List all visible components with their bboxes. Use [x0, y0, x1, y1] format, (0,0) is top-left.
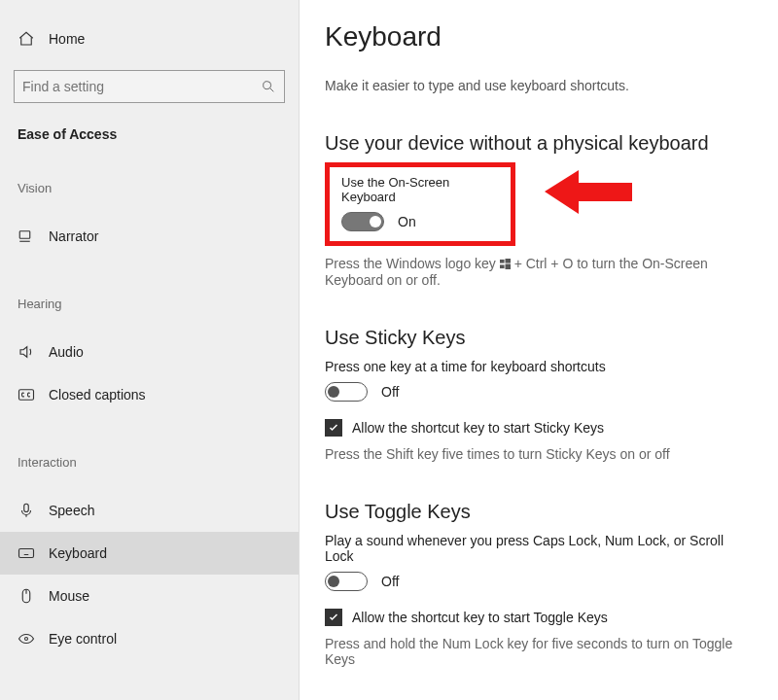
annotation-red-arrow-icon	[545, 165, 632, 219]
sticky-section-heading: Use Sticky Keys	[325, 327, 749, 349]
sidebar-item-closed-captions[interactable]: Closed captions	[0, 373, 299, 416]
osk-toggle-state: On	[398, 214, 416, 229]
svg-rect-7	[500, 260, 505, 263]
on-screen-keyboard-section: Use your device without a physical keybo…	[325, 132, 749, 288]
svg-marker-11	[545, 170, 632, 214]
svg-rect-3	[24, 504, 29, 511]
svg-point-0	[264, 82, 271, 89]
togglekeys-toggle-state: Off	[381, 574, 399, 589]
sidebar-item-mouse[interactable]: Mouse	[0, 575, 299, 617]
sticky-hint: Press the Shift key five times to turn S…	[325, 446, 749, 462]
osk-hint: Press the Windows logo key + Ctrl + O to…	[325, 256, 749, 288]
togglekeys-toggle[interactable]	[325, 572, 368, 591]
audio-icon	[18, 343, 35, 361]
mouse-icon	[18, 587, 35, 605]
osk-toggle-label: Use the On-Screen Keyboard	[341, 175, 499, 204]
sticky-desc: Press one key at a time for keyboard sho…	[325, 359, 749, 374]
svg-rect-4	[19, 549, 34, 558]
togglekeys-hint: Press and hold the Num Lock key for five…	[325, 636, 749, 667]
svg-point-6	[25, 638, 28, 641]
svg-rect-1	[19, 231, 30, 239]
home-label: Home	[49, 31, 85, 47]
toggle-keys-section: Use Toggle Keys Play a sound whenever yo…	[325, 501, 749, 667]
sidebar-item-label: Mouse	[49, 588, 89, 604]
togglekeys-checkbox-label: Allow the shortcut key to start Toggle K…	[352, 610, 608, 625]
home-link[interactable]: Home	[0, 21, 299, 56]
sidebar-group-interaction: Interaction	[0, 455, 299, 470]
sidebar-item-narrator[interactable]: Narrator	[0, 215, 299, 258]
togglekeys-shortcut-checkbox-row[interactable]: Allow the shortcut key to start Toggle K…	[325, 609, 749, 626]
sticky-checkbox-label: Allow the shortcut key to start Sticky K…	[352, 420, 604, 436]
page-subtitle: Make it easier to type and use keyboard …	[325, 78, 749, 93]
windows-logo-icon	[500, 257, 511, 272]
sidebar-group-hearing: Hearing	[0, 297, 299, 311]
mic-icon	[18, 502, 35, 519]
content-area: Keyboard Make it easier to type and use …	[300, 0, 778, 700]
sidebar-item-speech[interactable]: Speech	[0, 489, 299, 532]
page-title: Keyboard	[325, 21, 749, 52]
osk-toggle[interactable]	[341, 212, 384, 231]
sidebar-item-label: Speech	[49, 503, 94, 518]
osk-section-heading: Use your device without a physical keybo…	[325, 132, 749, 155]
search-input[interactable]	[22, 79, 261, 94]
sidebar-item-audio[interactable]: Audio	[0, 331, 299, 373]
toggle-desc: Play a sound whenever you press Caps Loc…	[325, 533, 749, 564]
sidebar-item-label: Eye control	[49, 631, 117, 647]
svg-rect-2	[19, 390, 34, 401]
checkbox-checked-icon	[325, 419, 342, 437]
sidebar-item-label: Audio	[49, 344, 84, 360]
sidebar-item-keyboard[interactable]: Keyboard	[0, 532, 299, 575]
sidebar-category: Ease of Access	[0, 103, 299, 142]
keyboard-icon	[18, 544, 35, 562]
sidebar-item-label: Narrator	[49, 228, 98, 244]
cc-icon	[18, 386, 35, 403]
sticky-keys-section: Use Sticky Keys Press one key at a time …	[325, 327, 749, 462]
home-icon	[18, 30, 35, 48]
sticky-shortcut-checkbox-row[interactable]: Allow the shortcut key to start Sticky K…	[325, 419, 749, 437]
sticky-toggle[interactable]	[325, 382, 368, 402]
eye-icon	[18, 630, 35, 648]
osk-highlight-box: Use the On-Screen Keyboard On	[325, 162, 515, 246]
toggle-section-heading: Use Toggle Keys	[325, 501, 749, 523]
sticky-toggle-state: Off	[381, 384, 399, 400]
checkbox-checked-icon	[325, 609, 342, 626]
sidebar-item-label: Closed captions	[49, 387, 146, 402]
sidebar-item-label: Keyboard	[49, 545, 107, 561]
narrator-icon	[18, 228, 35, 245]
search-icon	[261, 79, 276, 94]
svg-rect-9	[500, 265, 505, 269]
sidebar: Home Ease of Access Vision Narrator Hear…	[0, 0, 300, 700]
sidebar-item-eye-control[interactable]: Eye control	[0, 617, 299, 660]
search-box[interactable]	[14, 70, 285, 103]
sidebar-group-vision: Vision	[0, 181, 299, 195]
